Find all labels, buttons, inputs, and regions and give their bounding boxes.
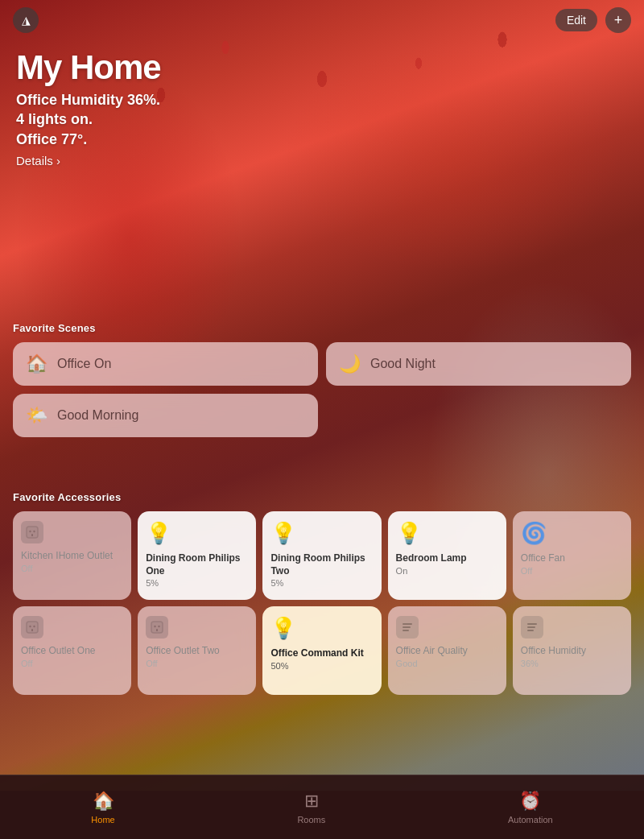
bulb-icon-command-kit: 💡: [270, 616, 296, 641]
bulb-icon-dining-one: 💡: [146, 521, 171, 546]
acc-name-dining-one: Dining Room Philips One: [146, 552, 248, 577]
fan-icon: 🌀: [521, 521, 547, 546]
acc-status-kitchen-outlet: Off: [21, 564, 32, 573]
acc-name-humidity: Office Humidity: [521, 645, 586, 658]
location-button[interactable]: ◮: [13, 7, 39, 33]
accessories-section-label: Favorite Accessories: [13, 491, 631, 503]
acc-status-humidity: 36%: [521, 659, 539, 668]
accessory-dining-philips-two[interactable]: 💡 Dining Room Philips Two 5%: [262, 511, 381, 600]
nav-home[interactable]: 🏠 Home: [75, 784, 130, 831]
details-link[interactable]: Details ›: [16, 154, 60, 167]
scene-good-night[interactable]: 🌙 Good Night: [326, 342, 631, 386]
accessory-office-fan[interactable]: 🌀 Office Fan Off: [513, 511, 631, 600]
scene-icon-office-on: 🏠: [26, 353, 47, 374]
accessories-grid: Kitchen IHome Outlet Off 💡 Dining Room P…: [13, 511, 631, 695]
acc-name-dining-two: Dining Room Philips Two: [270, 552, 373, 577]
automation-icon: ⏰: [519, 791, 541, 812]
accessory-kitchen-outlet[interactable]: Kitchen IHome Outlet Off: [13, 511, 131, 600]
status-line3: Office 77°.: [16, 131, 87, 147]
sensor-icon-air: [396, 616, 419, 639]
acc-name-kitchen-outlet: Kitchen IHome Outlet: [21, 550, 113, 563]
rooms-icon: ⊞: [304, 791, 319, 812]
scene-label-good-night: Good Night: [370, 357, 436, 371]
accessory-dining-philips-one[interactable]: 💡 Dining Room Philips One 5%: [138, 511, 256, 600]
acc-status-air-quality: Good: [396, 659, 418, 668]
header: My Home Office Humidity 36%. 4 lights on…: [0, 40, 644, 168]
svg-point-1: [29, 531, 31, 532]
svg-rect-14: [402, 630, 409, 631]
scenes-grid: 🏠 Office On 🌙 Good Night 🌤️ Good Morning: [13, 342, 631, 437]
scene-icon-good-night: 🌙: [339, 353, 361, 374]
scene-label-office-on: Office On: [57, 357, 111, 371]
acc-status-bedroom-lamp: On: [396, 566, 408, 576]
accessory-office-outlet-two[interactable]: Office Outlet Two Off: [138, 606, 256, 695]
svg-rect-16: [527, 626, 535, 628]
scene-icon-good-morning: 🌤️: [26, 405, 47, 426]
acc-status-command-kit: 50%: [270, 661, 288, 671]
outlet-icon: [21, 521, 43, 543]
home-icon: 🏠: [93, 791, 114, 812]
svg-point-6: [33, 626, 35, 627]
page-title: My Home: [16, 48, 628, 87]
scene-label-good-morning: Good Morning: [57, 408, 138, 423]
accessory-bedroom-lamp[interactable]: 💡 Bedroom Lamp On: [388, 511, 506, 600]
accessory-humidity[interactable]: Office Humidity 36%: [513, 606, 631, 695]
scene-office-on[interactable]: 🏠 Office On: [13, 342, 318, 386]
acc-status-office-fan: Off: [521, 566, 532, 576]
accessory-air-quality[interactable]: Office Air Quality Good: [388, 606, 506, 695]
svg-point-10: [158, 626, 159, 627]
acc-name-bedroom-lamp: Bedroom Lamp: [396, 552, 467, 565]
acc-name-outlet-two: Office Outlet Two: [146, 645, 220, 658]
svg-rect-15: [527, 623, 537, 625]
nav-rooms[interactable]: ⊞ Rooms: [281, 784, 341, 831]
acc-status-outlet-one: Off: [21, 659, 32, 668]
acc-status-dining-two: 5%: [270, 578, 283, 588]
nav-automation[interactable]: ⏰ Automation: [492, 784, 569, 831]
svg-point-9: [154, 626, 155, 627]
add-button[interactable]: +: [605, 7, 631, 33]
status-line1: Office Humidity 36%.: [16, 92, 160, 108]
scenes-section: Favorite Scenes 🏠 Office On 🌙 Good Night…: [0, 322, 644, 437]
outlet-icon-two: [146, 616, 168, 639]
edit-button[interactable]: Edit: [555, 9, 597, 31]
nav-automation-label: Automation: [508, 815, 553, 825]
svg-rect-11: [156, 629, 158, 631]
svg-rect-12: [402, 623, 412, 625]
svg-rect-3: [31, 534, 33, 536]
accessories-section: Favorite Accessories Kitchen IHome Outle…: [0, 491, 644, 695]
top-bar: ◮ Edit +: [0, 0, 644, 40]
svg-point-2: [33, 531, 35, 532]
svg-rect-7: [31, 629, 33, 631]
accessory-office-command-kit[interactable]: 💡 Office Command Kit 50%: [262, 606, 381, 695]
bulb-icon-dining-two: 💡: [270, 521, 296, 546]
acc-name-command-kit: Office Command Kit: [270, 647, 363, 660]
bulb-icon-bedroom: 💡: [396, 521, 422, 546]
status-summary: Office Humidity 36%. 4 lights on. Office…: [16, 90, 628, 149]
bottom-nav: 🏠 Home ⊞ Rooms ⏰ Automation: [0, 775, 644, 839]
scenes-section-label: Favorite Scenes: [13, 322, 631, 334]
location-icon: ◮: [22, 14, 31, 27]
accessory-office-outlet-one[interactable]: Office Outlet One Off: [13, 606, 131, 695]
acc-status-dining-one: 5%: [146, 578, 159, 588]
acc-name-office-fan: Office Fan: [521, 552, 565, 565]
sensor-icon-humidity: [521, 616, 543, 639]
nav-home-label: Home: [91, 815, 114, 825]
acc-status-outlet-two: Off: [146, 659, 157, 668]
status-line2: 4 lights on.: [16, 111, 93, 127]
nav-rooms-label: Rooms: [297, 815, 325, 825]
acc-name-air-quality: Office Air Quality: [396, 645, 468, 658]
svg-point-5: [29, 626, 31, 627]
outlet-icon-one: [21, 616, 43, 639]
scene-good-morning[interactable]: 🌤️ Good Morning: [13, 394, 318, 437]
svg-rect-13: [402, 626, 411, 628]
acc-name-outlet-one: Office Outlet One: [21, 645, 96, 658]
top-right-actions: Edit +: [555, 7, 631, 33]
svg-rect-17: [527, 630, 534, 631]
